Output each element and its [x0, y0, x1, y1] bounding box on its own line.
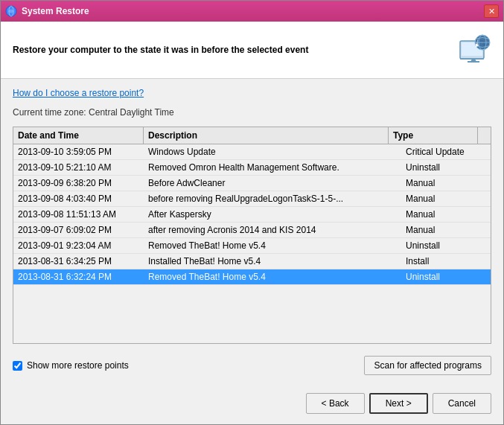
timezone-label: Current time zone: Central Daylight Time — [13, 107, 491, 118]
table-row[interactable]: 2013-09-09 6:38:20 PMBefore AdwCleanerMa… — [13, 176, 491, 191]
header-text: Restore your computer to the state it wa… — [13, 45, 308, 55]
help-link[interactable]: How do I choose a restore point? — [13, 88, 491, 98]
cell-description: before removing RealUpgradeLogonTaskS-1-… — [144, 191, 401, 206]
table-row[interactable]: 2013-09-10 5:21:10 AMRemoved Omron Healt… — [13, 160, 491, 176]
cancel-button[interactable]: Cancel — [433, 393, 491, 414]
cell-date: 2013-09-10 5:21:10 AM — [13, 160, 144, 175]
table-body[interactable]: 2013-09-10 3:59:05 PMWindows UpdateCriti… — [13, 144, 491, 343]
nav-buttons: < Back Next > Cancel — [1, 387, 503, 424]
cell-description: Installed TheBat! Home v5.4 — [144, 254, 401, 269]
table-row[interactable]: 2013-08-31 6:32:24 PMRemoved TheBat! Hom… — [13, 269, 491, 285]
footer-row: Show more restore points Scan for affect… — [13, 350, 491, 378]
back-button[interactable]: < Back — [306, 393, 365, 414]
next-button[interactable]: Next > — [369, 393, 428, 414]
window-icon — [5, 5, 17, 17]
table-row[interactable]: 2013-09-07 6:09:02 PMafter removing Acro… — [13, 223, 491, 238]
cell-type: Uninstall — [401, 269, 491, 284]
restore-icon — [456, 32, 491, 68]
cell-type: Manual — [401, 223, 491, 237]
cell-type: Uninstall — [401, 238, 491, 253]
col-header-date: Date and Time — [13, 127, 144, 144]
cell-description: Windows Update — [144, 144, 401, 159]
table-row[interactable]: 2013-08-31 6:34:25 PMInstalled TheBat! H… — [13, 254, 491, 269]
cell-date: 2013-09-10 3:59:05 PM — [13, 144, 144, 159]
cell-date: 2013-09-09 6:38:20 PM — [13, 176, 144, 191]
show-more-checkbox[interactable] — [13, 361, 22, 371]
cell-description: Removed TheBat! Home v5.4 — [144, 269, 401, 284]
cell-description: After Kaspersky — [144, 207, 401, 222]
cell-type: Manual — [401, 207, 491, 222]
cell-description: Removed Omron Health Management Software… — [144, 160, 401, 175]
cell-date: 2013-08-31 6:32:24 PM — [13, 269, 144, 284]
table-row[interactable]: 2013-09-08 11:51:13 AMAfter KasperskyMan… — [13, 207, 491, 223]
restore-points-table: Date and Time Description Type 2013-09-1… — [13, 127, 491, 344]
cell-description: after removing Acronis 2014 and KIS 2014 — [144, 223, 401, 237]
cell-date: 2013-08-31 6:34:25 PM — [13, 254, 144, 269]
content-area: How do I choose a restore point? Current… — [1, 79, 503, 387]
table-row[interactable]: 2013-09-08 4:03:40 PMbefore removing Rea… — [13, 191, 491, 207]
cell-description: Removed TheBat! Home v5.4 — [144, 238, 401, 253]
cell-description: Before AdwCleaner — [144, 176, 401, 191]
cell-type: Uninstall — [401, 160, 491, 175]
table-row[interactable]: 2013-09-01 9:23:04 AMRemoved TheBat! Hom… — [13, 238, 491, 254]
show-more-text: Show more restore points — [27, 360, 129, 371]
col-header-type: Type — [389, 127, 478, 144]
system-restore-window: System Restore ✕ Restore your computer t… — [0, 0, 504, 425]
table-row[interactable]: 2013-09-10 3:59:05 PMWindows UpdateCriti… — [13, 144, 491, 160]
cell-type: Manual — [401, 191, 491, 206]
cell-date: 2013-09-08 4:03:40 PM — [13, 191, 144, 206]
cell-date: 2013-09-08 11:51:13 AM — [13, 207, 144, 222]
cell-date: 2013-09-01 9:23:04 AM — [13, 238, 144, 253]
cell-date: 2013-09-07 6:09:02 PM — [13, 223, 144, 237]
cell-type: Install — [401, 254, 491, 269]
title-bar: System Restore ✕ — [1, 1, 503, 22]
header-section: Restore your computer to the state it wa… — [1, 22, 503, 79]
table-header: Date and Time Description Type — [13, 127, 491, 144]
col-header-description: Description — [144, 127, 389, 144]
scan-affected-button[interactable]: Scan for affected programs — [364, 356, 491, 375]
title-bar-text: System Restore — [22, 6, 479, 16]
show-more-label[interactable]: Show more restore points — [13, 360, 358, 371]
close-button[interactable]: ✕ — [484, 4, 499, 18]
col-header-scroll — [478, 127, 491, 144]
cell-type: Manual — [401, 176, 491, 191]
cell-type: Critical Update — [401, 144, 491, 159]
